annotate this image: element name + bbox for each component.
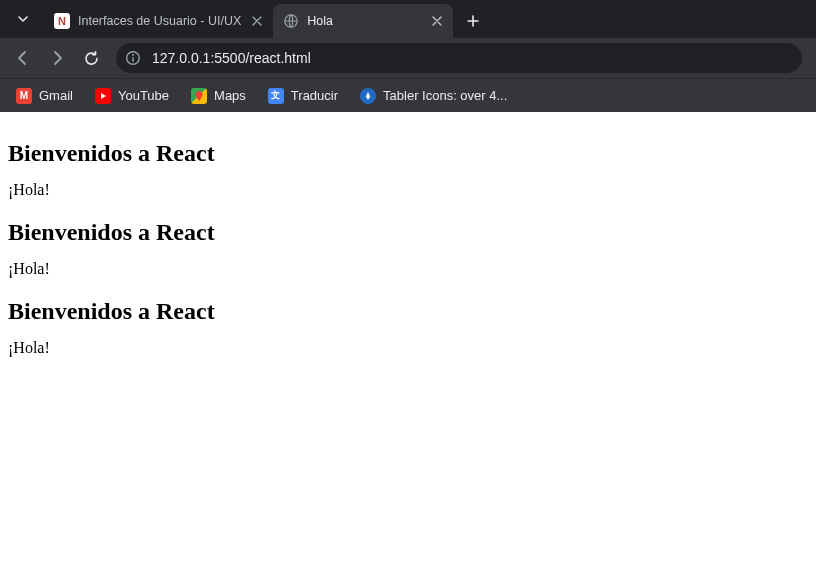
bookmark-tabler[interactable]: Tabler Icons: over 4... [352, 84, 515, 108]
browser-chrome: N Interfaces de Usuario - UI/UX Hola [0, 0, 816, 112]
forward-button[interactable] [42, 43, 72, 73]
new-tab-button[interactable] [459, 7, 487, 35]
tab-search-button[interactable] [8, 4, 38, 34]
bookmark-label: Tabler Icons: over 4... [383, 88, 507, 103]
content-heading: Bienvenidos a React [8, 219, 808, 246]
toolbar: 127.0.0.1:5500/react.html [0, 38, 816, 78]
translate-icon: 文 [268, 88, 284, 104]
tab-active[interactable]: Hola [273, 4, 453, 38]
reload-icon [83, 50, 100, 67]
bookmark-maps[interactable]: Maps [183, 84, 254, 108]
content-paragraph: ¡Hola! [8, 339, 808, 357]
maps-icon [191, 88, 207, 104]
svg-rect-3 [132, 57, 133, 62]
bookmark-youtube[interactable]: YouTube [87, 84, 177, 108]
plus-icon [467, 15, 479, 27]
tabler-icon [360, 88, 376, 104]
tab-inactive[interactable]: N Interfaces de Usuario - UI/UX [44, 4, 273, 38]
content-paragraph: ¡Hola! [8, 260, 808, 278]
tab-title: Interfaces de Usuario - UI/UX [78, 14, 241, 28]
bookmark-label: Traducir [291, 88, 338, 103]
svg-point-2 [132, 54, 134, 56]
globe-icon [283, 13, 299, 29]
content-paragraph: ¡Hola! [8, 181, 808, 199]
gmail-icon: M [16, 88, 32, 104]
bookmark-gmail[interactable]: M Gmail [8, 84, 81, 108]
back-button[interactable] [8, 43, 38, 73]
arrow-right-icon [48, 49, 66, 67]
content-heading: Bienvenidos a React [8, 140, 808, 167]
bookmark-label: YouTube [118, 88, 169, 103]
close-icon[interactable] [249, 13, 265, 29]
url-text: 127.0.0.1:5500/react.html [152, 50, 796, 66]
tab-strip: N Interfaces de Usuario - UI/UX Hola [0, 0, 816, 38]
notion-icon: N [54, 13, 70, 29]
bookmark-translate[interactable]: 文 Traducir [260, 84, 346, 108]
youtube-icon [95, 88, 111, 104]
page-content: Bienvenidos a React ¡Hola! Bienvenidos a… [0, 112, 816, 379]
tab-title: Hola [307, 14, 421, 28]
bookmark-label: Gmail [39, 88, 73, 103]
bookmarks-bar: M Gmail YouTube Maps 文 Traducir Tabler I… [0, 78, 816, 112]
reload-button[interactable] [76, 43, 106, 73]
address-bar[interactable]: 127.0.0.1:5500/react.html [116, 43, 802, 73]
chevron-down-icon [17, 13, 29, 25]
bookmark-label: Maps [214, 88, 246, 103]
close-icon[interactable] [429, 13, 445, 29]
arrow-left-icon [14, 49, 32, 67]
content-heading: Bienvenidos a React [8, 298, 808, 325]
info-icon [125, 50, 141, 66]
site-info-button[interactable] [122, 47, 144, 69]
